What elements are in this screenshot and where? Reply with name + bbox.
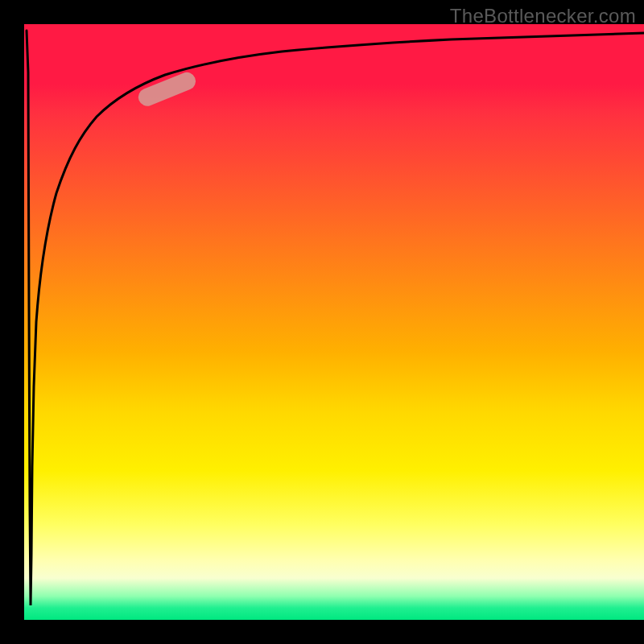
x-axis-bar [0,620,644,644]
chart-container: TheBottlenecker.com [0,0,644,644]
y-axis-bar [0,24,24,620]
marker-layer [24,24,644,620]
highlight-marker [136,70,199,109]
watermark-text: TheBottlenecker.com [450,5,636,27]
